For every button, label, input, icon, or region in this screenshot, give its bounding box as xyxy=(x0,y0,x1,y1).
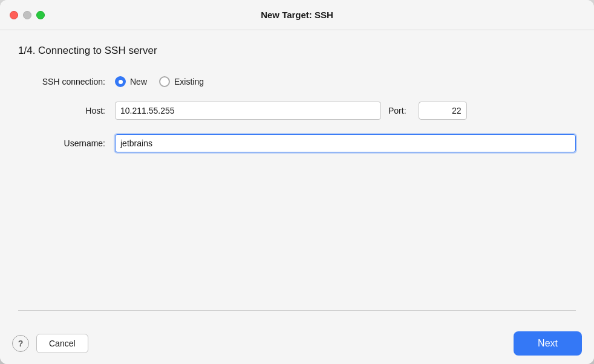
title-bar: New Target: SSH xyxy=(0,0,594,30)
step-label: 1/4. Connecting to SSH server xyxy=(18,45,576,57)
radio-group: New Existing xyxy=(115,76,204,87)
radio-new[interactable]: New xyxy=(115,76,147,87)
port-input[interactable] xyxy=(419,102,467,120)
window-title: New Target: SSH xyxy=(261,10,333,20)
host-input[interactable] xyxy=(115,102,381,120)
divider xyxy=(18,310,576,311)
host-label: Host: xyxy=(18,106,115,115)
radio-existing[interactable]: Existing xyxy=(159,76,204,87)
help-button[interactable]: ? xyxy=(12,335,29,352)
cancel-button[interactable]: Cancel xyxy=(36,334,88,353)
radio-new-circle[interactable] xyxy=(115,76,126,87)
host-row: Host: Port: xyxy=(18,102,576,120)
port-label: Port: xyxy=(388,106,411,115)
minimize-button[interactable] xyxy=(23,11,31,19)
content-area: 1/4. Connecting to SSH server SSH connec… xyxy=(0,30,594,323)
footer: ? Cancel Next xyxy=(0,323,594,364)
username-field-container xyxy=(115,134,576,152)
username-input[interactable] xyxy=(115,134,576,152)
radio-existing-circle[interactable] xyxy=(159,76,170,87)
maximize-button[interactable] xyxy=(36,11,45,19)
next-button[interactable]: Next xyxy=(514,331,582,356)
host-input-group: Port: xyxy=(115,102,576,120)
footer-left: ? Cancel xyxy=(12,334,88,353)
spacer xyxy=(18,167,576,310)
close-button[interactable] xyxy=(10,11,18,19)
radio-new-label: New xyxy=(130,77,147,86)
dialog: New Target: SSH 1/4. Connecting to SSH s… xyxy=(0,0,594,364)
radio-existing-label: Existing xyxy=(174,77,204,86)
connection-row: SSH connection: New Existing xyxy=(18,76,576,87)
connection-label: SSH connection: xyxy=(18,77,115,86)
username-row: Username: xyxy=(18,134,576,152)
window-controls xyxy=(10,11,45,19)
username-label: Username: xyxy=(18,138,115,148)
